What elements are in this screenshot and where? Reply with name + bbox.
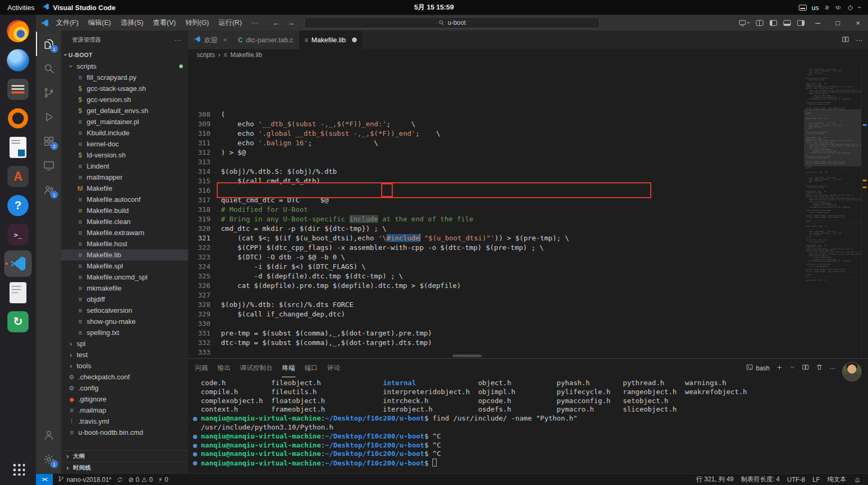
- tree-file-get_default_envs.sh[interactable]: $get_default_envs.sh: [61, 105, 188, 116]
- tree-file-Makefile.lib[interactable]: ≡Makefile.lib: [61, 249, 188, 260]
- tree-file-mkmakefile[interactable]: ≡mkmakefile: [61, 283, 188, 294]
- more-actions-icon[interactable]: ···: [856, 36, 863, 44]
- menu-2[interactable]: 选择(S): [116, 15, 148, 31]
- horizontal-scrollbar[interactable]: [453, 355, 482, 357]
- dock-item-help[interactable]: ?: [4, 192, 32, 219]
- tab-Makefile.lib[interactable]: ≡Makefile.lib: [299, 31, 363, 49]
- dock-item-terminal[interactable]: >_: [4, 221, 32, 248]
- sidebar-section-1[interactable]: ›时间线: [61, 462, 188, 473]
- status-cursor-position[interactable]: 行 321, 列 49: [692, 474, 737, 485]
- tab-[interactable]: 欢迎×: [188, 31, 233, 49]
- panel-more-icon[interactable]: ···: [829, 365, 836, 372]
- minimize-button[interactable]: ─: [811, 19, 825, 27]
- menu-overflow[interactable]: ···: [246, 15, 263, 31]
- shell-selector[interactable]: bash: [746, 363, 770, 372]
- status-eol[interactable]: LF: [809, 474, 824, 485]
- search-icon[interactable]: [36, 56, 61, 80]
- tree-file-show-gnu-make[interactable]: ≡show-gnu-make: [61, 316, 188, 327]
- dock-item-text-editor[interactable]: [4, 76, 32, 102]
- dock-item-thunderbird[interactable]: [4, 47, 32, 73]
- go-forward-button[interactable]: →: [287, 18, 294, 27]
- tree-folder-scripts[interactable]: ›scripts: [61, 61, 188, 72]
- tree-file-ld-version.sh[interactable]: $ld-version.sh: [61, 150, 188, 161]
- remote-explorer-icon[interactable]: [36, 153, 61, 178]
- tree-file-Makefile.host[interactable]: ≡Makefile.host: [61, 238, 188, 249]
- sync-icon[interactable]: [114, 474, 126, 485]
- tree-file-mailmapper[interactable]: ≡mailmapper: [61, 172, 188, 183]
- tree-file-.checkpatch.conf[interactable]: ⚙.checkpatch.conf: [61, 371, 188, 383]
- tree-file-gcc-version.sh[interactable]: $gcc-version.sh: [61, 94, 188, 105]
- tree-file-Kbuild.include[interactable]: ≡Kbuild.include: [61, 127, 188, 138]
- tree-file-.config[interactable]: ⚙.config: [61, 383, 188, 394]
- tree-file-kernel-doc[interactable]: ≡kernel-doc: [61, 138, 188, 150]
- tree-file-gcc-stack-usage.sh[interactable]: $gcc-stack-usage.sh: [61, 83, 188, 94]
- panel-tab-问题[interactable]: 问题: [195, 359, 209, 377]
- menu-5[interactable]: 运行(R): [214, 15, 246, 31]
- sidebar-more-actions[interactable]: ···: [174, 37, 182, 43]
- panel-tab-端口[interactable]: 端口: [304, 359, 318, 377]
- split-terminal-icon[interactable]: [802, 363, 809, 372]
- dock-item-rhythmbox[interactable]: [4, 105, 32, 132]
- tree-file-Lindent[interactable]: ≡Lindent: [61, 161, 188, 172]
- close-button[interactable]: ×: [851, 19, 865, 27]
- minimap-slider[interactable]: [804, 109, 861, 166]
- toggle-panel-icon[interactable]: [783, 20, 791, 26]
- split-editor-icon[interactable]: [842, 35, 849, 45]
- status-indentation[interactable]: 制表符长度: 4: [737, 474, 783, 485]
- tree-file-fill_scrapyard.py[interactable]: ≡fill_scrapyard.py: [61, 72, 188, 83]
- status-language-mode[interactable]: 纯文本: [824, 474, 850, 485]
- toggle-secondary-sidebar-icon[interactable]: [797, 20, 805, 26]
- tab-dtc-parser.tab.c[interactable]: Cdtc-parser.tab.c: [233, 31, 299, 49]
- breadcrumb-item[interactable]: Makefile.lib: [230, 51, 262, 59]
- remote-indicator[interactable]: ><: [36, 474, 53, 485]
- status-encoding[interactable]: UTF-8: [783, 474, 809, 485]
- tree-file-Makefile.clean[interactable]: ≡Makefile.clean: [61, 216, 188, 227]
- extensions-icon[interactable]: 2: [36, 129, 61, 153]
- sidebar-section-0[interactable]: ›大纲: [61, 450, 188, 462]
- show-applications-button[interactable]: [4, 455, 32, 482]
- go-back-button[interactable]: ←: [272, 18, 280, 27]
- dock-item-software-updater[interactable]: ↻: [4, 309, 32, 335]
- code-editor[interactable]: 308(309 echo '__dtb_$(subst -,_,$(*F))_e…: [188, 61, 804, 358]
- activities-button[interactable]: Activities: [0, 4, 42, 12]
- system-tray[interactable]: us ›: [799, 4, 868, 12]
- tree-file-Makefile.spl[interactable]: ≡Makefile.spl: [61, 260, 188, 272]
- tree-file-u-boot-nodtb.bin.cmd[interactable]: ≡u-boot-nodtb.bin.cmd: [61, 427, 188, 438]
- clock[interactable]: 5月 15 15:59: [414, 3, 454, 12]
- tree-folder-test[interactable]: ›test: [61, 349, 188, 360]
- tree-file-spelling.txt[interactable]: ≡spelling.txt: [61, 327, 188, 338]
- tree-file-setlocalversion[interactable]: ≡setlocalversion: [61, 305, 188, 316]
- dock-item-vscode[interactable]: [4, 250, 32, 277]
- tree-file-Makefile.uncmd_spl[interactable]: ≡Makefile.uncmd_spl: [61, 272, 188, 283]
- menu-3[interactable]: 查看(V): [148, 15, 180, 31]
- terminal-dropdown-icon[interactable]: [789, 364, 796, 372]
- branch-status[interactable]: nano-v2018.01*: [55, 474, 114, 485]
- new-terminal-icon[interactable]: [776, 364, 783, 372]
- ports-status[interactable]: ⚡0: [155, 474, 171, 485]
- tree-file-.mailmap[interactable]: ≡.mailmap: [61, 405, 188, 416]
- panel-tab-评论[interactable]: 评论: [327, 359, 341, 377]
- menu-0[interactable]: 文件(F): [51, 15, 84, 31]
- accounts-icon[interactable]: 1: [36, 178, 61, 202]
- dock-item-firefox[interactable]: [4, 18, 32, 44]
- maximize-button[interactable]: □: [831, 19, 845, 27]
- manage-icon[interactable]: 1: [36, 447, 61, 471]
- menu-4[interactable]: 转到(G): [181, 15, 214, 31]
- dock-item-ubuntu-software[interactable]: A: [4, 163, 32, 190]
- tree-file-Makefile.extrawarn[interactable]: ≡Makefile.extrawarn: [61, 227, 188, 238]
- run-debug-icon[interactable]: [36, 105, 61, 129]
- problems-status[interactable]: ⊘0⚠0: [126, 474, 155, 485]
- screen-cast-icon[interactable]: ›: [738, 19, 750, 27]
- dock-item-libreoffice-writer[interactable]: [4, 134, 32, 161]
- tree-file-get_maintainer.pl[interactable]: ≡get_maintainer.pl: [61, 116, 188, 127]
- breadcrumb-item[interactable]: scripts: [197, 51, 215, 59]
- tree-file-.gitignore[interactable]: ◆.gitignore: [61, 394, 188, 405]
- terminal[interactable]: code.h fileobject.h internal object.h py…: [188, 377, 868, 473]
- kill-terminal-icon[interactable]: [816, 363, 823, 372]
- menu-1[interactable]: 编辑(E): [84, 15, 116, 31]
- dock-item-libreoffice-doc[interactable]: [4, 279, 32, 306]
- tree-file-objdiff[interactable]: ≡objdiff: [61, 294, 188, 305]
- panel-tab-终端[interactable]: 终端: [282, 359, 296, 377]
- panel-tab-输出[interactable]: 输出: [217, 359, 232, 377]
- layout-grid-icon[interactable]: [756, 20, 763, 26]
